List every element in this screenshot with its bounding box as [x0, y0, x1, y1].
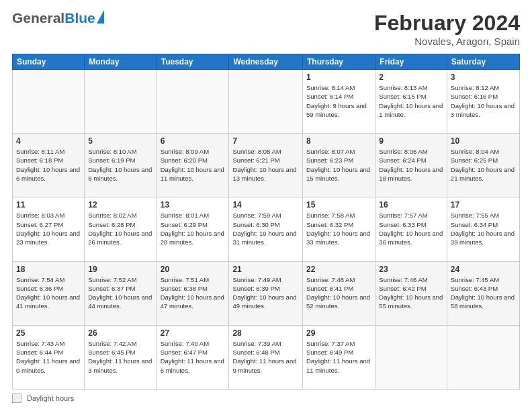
logo-general-text: General: [12, 11, 64, 25]
col-saturday: Saturday: [447, 54, 519, 70]
calendar-cell-3-5: 23Sunrise: 7:46 AM Sunset: 6:42 PM Dayli…: [375, 261, 447, 325]
col-friday: Friday: [375, 54, 447, 70]
day-number-1-6: 10: [451, 136, 516, 146]
day-number-2-2: 13: [161, 200, 226, 210]
calendar-cell-1-0: 4Sunrise: 8:11 AM Sunset: 6:18 PM Daylig…: [13, 134, 85, 197]
day-info-4-1: Sunrise: 7:42 AM Sunset: 6:45 PM Dayligh…: [88, 339, 152, 375]
week-row-0: 1Sunrise: 8:14 AM Sunset: 6:14 PM Daylig…: [13, 70, 520, 134]
day-info-1-5: Sunrise: 8:06 AM Sunset: 6:24 PM Dayligh…: [379, 147, 443, 183]
day-info-2-2: Sunrise: 8:01 AM Sunset: 6:29 PM Dayligh…: [161, 211, 226, 246]
day-info-4-2: Sunrise: 7:40 AM Sunset: 6:47 PM Dayligh…: [161, 339, 226, 375]
day-info-1-6: Sunrise: 8:04 AM Sunset: 6:25 PM Dayligh…: [451, 147, 516, 183]
day-info-3-6: Sunrise: 7:45 AM Sunset: 6:43 PM Dayligh…: [451, 275, 516, 311]
col-wednesday: Wednesday: [229, 54, 303, 70]
week-row-2: 11Sunrise: 8:03 AM Sunset: 6:27 PM Dayli…: [13, 197, 520, 261]
day-number-2-4: 15: [306, 200, 371, 210]
calendar-cell-1-2: 6Sunrise: 8:09 AM Sunset: 6:20 PM Daylig…: [157, 134, 229, 197]
calendar-cell-2-5: 16Sunrise: 7:57 AM Sunset: 6:33 PM Dayli…: [375, 197, 447, 261]
calendar-cell-4-4: 29Sunrise: 7:37 AM Sunset: 6:49 PM Dayli…: [303, 325, 375, 389]
day-info-1-3: Sunrise: 8:08 AM Sunset: 6:21 PM Dayligh…: [232, 147, 299, 183]
day-info-2-4: Sunrise: 7:58 AM Sunset: 6:32 PM Dayligh…: [306, 211, 371, 246]
logo-blue-text: Blue: [64, 11, 95, 25]
day-info-3-5: Sunrise: 7:46 AM Sunset: 6:42 PM Dayligh…: [379, 275, 443, 311]
day-info-3-3: Sunrise: 7:49 AM Sunset: 6:39 PM Dayligh…: [232, 275, 299, 311]
day-info-2-0: Sunrise: 8:03 AM Sunset: 6:27 PM Dayligh…: [16, 211, 81, 246]
day-number-0-5: 2: [379, 73, 443, 82]
day-info-4-4: Sunrise: 7:37 AM Sunset: 6:49 PM Dayligh…: [306, 339, 371, 375]
day-info-0-4: Sunrise: 8:14 AM Sunset: 6:14 PM Dayligh…: [306, 83, 371, 119]
day-number-3-1: 19: [88, 265, 152, 274]
day-info-2-3: Sunrise: 7:59 AM Sunset: 6:30 PM Dayligh…: [232, 211, 299, 246]
col-thursday: Thursday: [303, 54, 375, 70]
col-tuesday: Tuesday: [157, 54, 229, 70]
calendar-cell-1-4: 8Sunrise: 8:07 AM Sunset: 6:23 PM Daylig…: [303, 134, 375, 197]
col-monday: Monday: [85, 54, 157, 70]
day-number-2-1: 12: [88, 200, 152, 210]
calendar-cell-4-3: 28Sunrise: 7:39 AM Sunset: 6:48 PM Dayli…: [229, 325, 303, 389]
calendar-cell-0-5: 2Sunrise: 8:13 AM Sunset: 6:15 PM Daylig…: [375, 70, 447, 134]
calendar-cell-2-1: 12Sunrise: 8:02 AM Sunset: 6:28 PM Dayli…: [85, 197, 157, 261]
calendar-cell-1-6: 10Sunrise: 8:04 AM Sunset: 6:25 PM Dayli…: [447, 134, 519, 197]
day-number-2-6: 17: [451, 200, 516, 210]
day-info-2-5: Sunrise: 7:57 AM Sunset: 6:33 PM Dayligh…: [379, 211, 443, 246]
day-info-4-0: Sunrise: 7:43 AM Sunset: 6:44 PM Dayligh…: [16, 339, 81, 375]
calendar-cell-2-0: 11Sunrise: 8:03 AM Sunset: 6:27 PM Dayli…: [13, 197, 85, 261]
calendar-cell-3-4: 22Sunrise: 7:48 AM Sunset: 6:41 PM Dayli…: [303, 261, 375, 325]
week-row-1: 4Sunrise: 8:11 AM Sunset: 6:18 PM Daylig…: [13, 134, 520, 197]
day-number-1-3: 7: [232, 136, 299, 146]
title-section: February 2024 Novales, Aragon, Spain: [374, 11, 520, 47]
day-info-3-1: Sunrise: 7:52 AM Sunset: 6:37 PM Dayligh…: [88, 275, 152, 311]
day-info-1-1: Sunrise: 8:10 AM Sunset: 6:19 PM Dayligh…: [88, 147, 152, 183]
week-row-4: 25Sunrise: 7:43 AM Sunset: 6:44 PM Dayli…: [13, 325, 520, 389]
day-info-2-6: Sunrise: 7:55 AM Sunset: 6:34 PM Dayligh…: [451, 211, 516, 246]
day-number-1-4: 8: [306, 136, 371, 146]
calendar-table: Sunday Monday Tuesday Wednesday Thursday…: [12, 54, 520, 390]
day-number-3-0: 18: [16, 265, 81, 274]
calendar-cell-1-3: 7Sunrise: 8:08 AM Sunset: 6:21 PM Daylig…: [229, 134, 303, 197]
day-number-3-4: 22: [306, 265, 371, 274]
day-number-4-0: 25: [16, 328, 81, 338]
day-number-3-6: 24: [451, 265, 516, 274]
calendar-cell-4-5: [375, 325, 447, 389]
logo-triangle-icon: [97, 10, 104, 24]
day-info-1-4: Sunrise: 8:07 AM Sunset: 6:23 PM Dayligh…: [306, 147, 371, 183]
day-number-0-4: 1: [306, 73, 371, 82]
day-info-1-2: Sunrise: 8:09 AM Sunset: 6:20 PM Dayligh…: [161, 147, 226, 183]
daylight-label: Daylight hours: [27, 394, 74, 402]
page: General Blue February 2024 Novales, Arag…: [0, 0, 532, 411]
col-sunday: Sunday: [13, 54, 85, 70]
calendar-cell-1-1: 5Sunrise: 8:10 AM Sunset: 6:19 PM Daylig…: [85, 134, 157, 197]
day-number-2-3: 14: [232, 200, 299, 210]
day-info-4-3: Sunrise: 7:39 AM Sunset: 6:48 PM Dayligh…: [232, 339, 299, 375]
calendar-cell-0-4: 1Sunrise: 8:14 AM Sunset: 6:14 PM Daylig…: [303, 70, 375, 134]
day-number-3-3: 21: [232, 265, 299, 274]
calendar-cell-0-2: [157, 70, 229, 134]
week-row-3: 18Sunrise: 7:54 AM Sunset: 6:36 PM Dayli…: [13, 261, 520, 325]
calendar-cell-3-3: 21Sunrise: 7:49 AM Sunset: 6:39 PM Dayli…: [229, 261, 303, 325]
day-number-3-5: 23: [379, 265, 443, 274]
calendar-cell-2-6: 17Sunrise: 7:55 AM Sunset: 6:34 PM Dayli…: [447, 197, 519, 261]
calendar-cell-3-0: 18Sunrise: 7:54 AM Sunset: 6:36 PM Dayli…: [13, 261, 85, 325]
calendar-cell-0-6: 3Sunrise: 8:12 AM Sunset: 6:16 PM Daylig…: [447, 70, 519, 134]
calendar-cell-2-3: 14Sunrise: 7:59 AM Sunset: 6:30 PM Dayli…: [229, 197, 303, 261]
daylight-box-icon: [12, 394, 21, 403]
calendar-cell-0-0: [13, 70, 85, 134]
day-info-0-5: Sunrise: 8:13 AM Sunset: 6:15 PM Dayligh…: [379, 83, 443, 119]
month-year: February 2024: [374, 11, 520, 36]
calendar-cell-1-5: 9Sunrise: 8:06 AM Sunset: 6:24 PM Daylig…: [375, 134, 447, 197]
day-number-4-4: 29: [306, 328, 371, 338]
header: General Blue February 2024 Novales, Arag…: [12, 11, 520, 47]
day-info-3-0: Sunrise: 7:54 AM Sunset: 6:36 PM Dayligh…: [16, 275, 81, 311]
day-number-2-0: 11: [16, 200, 81, 210]
calendar-cell-0-3: [229, 70, 303, 134]
calendar-cell-2-2: 13Sunrise: 8:01 AM Sunset: 6:29 PM Dayli…: [157, 197, 229, 261]
calendar-cell-0-1: [85, 70, 157, 134]
day-number-4-3: 28: [232, 328, 299, 338]
day-number-1-5: 9: [379, 136, 443, 146]
calendar-cell-3-2: 20Sunrise: 7:51 AM Sunset: 6:38 PM Dayli…: [157, 261, 229, 325]
calendar-cell-4-6: [447, 325, 519, 389]
footer: Daylight hours: [12, 394, 520, 403]
day-number-4-2: 27: [161, 328, 226, 338]
day-number-4-1: 26: [88, 328, 152, 338]
day-number-2-5: 16: [379, 200, 443, 210]
